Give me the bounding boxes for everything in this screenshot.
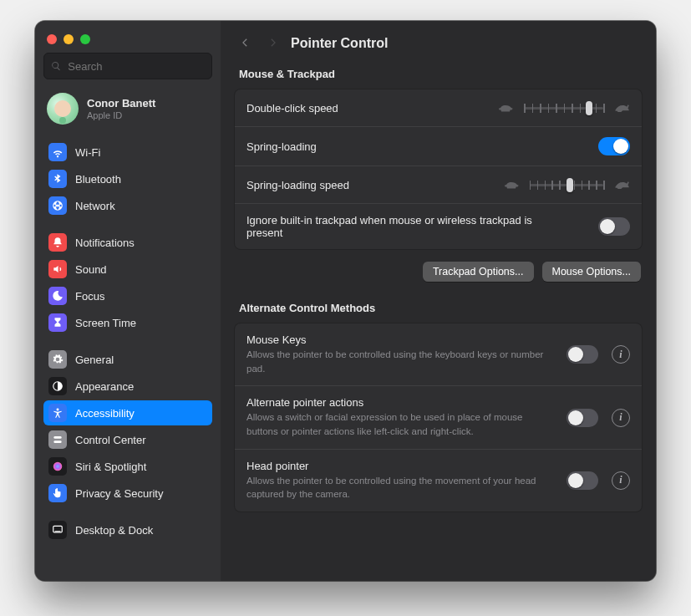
options-buttons-row: Trackpad Options... Mouse Options...: [221, 253, 656, 287]
sidebar-item-focus[interactable]: Focus: [43, 283, 212, 308]
sidebar-item-label: Network: [75, 200, 115, 212]
sidebar: Conor Banett Apple ID Wi-FiBluetoothNetw…: [35, 21, 221, 581]
alt-pointer-actions-description: Allows a switch or facial expression to …: [246, 410, 553, 438]
tortoise-icon: [503, 179, 520, 191]
nav-back-button[interactable]: [239, 37, 251, 51]
sidebar-item-screen-time[interactable]: Screen Time: [43, 310, 212, 335]
page-header: Pointer Control: [221, 21, 656, 61]
moon-icon: [48, 287, 67, 305]
sidebar-item-desktop-dock[interactable]: Desktop & Dock: [43, 517, 212, 542]
head-pointer-label: Head pointer: [246, 460, 553, 472]
ignore-trackpad-toggle[interactable]: [598, 217, 630, 236]
window-controls: [35, 29, 221, 53]
hare-icon: [613, 179, 630, 191]
main-content: Pointer Control Mouse & Trackpad Double-…: [221, 21, 656, 581]
alt-pointer-actions-info-button[interactable]: i: [612, 409, 630, 427]
spring-loading-row: Spring-loading: [235, 127, 642, 166]
sidebar-item-privacy-security[interactable]: Privacy & Security: [43, 481, 212, 506]
svg-point-4: [53, 462, 63, 471]
avatar: [47, 93, 79, 125]
sidebar-item-label: Appearance: [75, 380, 134, 393]
ignore-trackpad-row: Ignore built-in trackpad when mouse or w…: [235, 204, 642, 249]
sidebar-item-sound[interactable]: Sound: [43, 257, 212, 282]
sidebar-item-siri-spotlight[interactable]: Siri & Spotlight: [43, 454, 212, 479]
sidebar-item-label: General: [75, 354, 114, 366]
section-heading-mouse-trackpad: Mouse & Trackpad: [221, 61, 656, 85]
hand-icon: [48, 484, 67, 502]
sidebar-item-label: Control Center: [75, 434, 146, 446]
accessibility-icon: [48, 404, 67, 422]
alt-pointer-actions-label: Alternate pointer actions: [246, 396, 553, 409]
dock-icon: [48, 521, 67, 539]
section-heading-alt-methods: Alternate Control Methods: [221, 295, 656, 319]
sidebar-item-wi-fi[interactable]: Wi-Fi: [43, 140, 212, 165]
network-icon: [48, 196, 67, 215]
alt-pointer-actions-row: Alternate pointer actions Allows a switc…: [235, 386, 642, 449]
double-click-speed-row: Double-click speed: [235, 89, 642, 127]
hourglass-icon: [48, 313, 67, 332]
gear-icon: [48, 350, 67, 369]
trackpad-options-button[interactable]: Trackpad Options...: [423, 262, 534, 282]
sidebar-item-general[interactable]: General: [43, 347, 212, 372]
search-field[interactable]: [43, 53, 212, 79]
tortoise-icon: [497, 102, 514, 114]
alternate-methods-card: Mouse Keys Allows the pointer to be cont…: [234, 323, 643, 512]
sound-icon: [48, 260, 67, 278]
nav-forward-button[interactable]: [267, 37, 279, 51]
controls-icon: [48, 430, 67, 449]
settings-window: Conor Banett Apple ID Wi-FiBluetoothNetw…: [35, 21, 656, 581]
sidebar-item-label: Desktop & Dock: [75, 524, 153, 537]
mouse-keys-info-button[interactable]: i: [612, 345, 630, 364]
mouse-keys-row: Mouse Keys Allows the pointer to be cont…: [235, 323, 642, 386]
spring-loading-speed-row: Spring-loading speed: [235, 166, 642, 204]
mouse-trackpad-card: Double-click speed Spring-loading Spring…: [234, 89, 643, 250]
double-click-speed-slider[interactable]: [497, 99, 630, 116]
head-pointer-row: Head pointer Allows the pointer to be co…: [235, 450, 642, 512]
spring-loading-speed-slider[interactable]: [503, 176, 630, 193]
search-icon: [51, 60, 61, 72]
svg-point-1: [57, 408, 59, 410]
sidebar-item-label: Bluetooth: [75, 173, 121, 186]
hare-icon: [613, 102, 630, 114]
mouse-keys-toggle[interactable]: [567, 345, 598, 364]
double-click-speed-label: Double-click speed: [246, 102, 338, 115]
svg-rect-2: [53, 436, 61, 439]
mouse-keys-label: Mouse Keys: [246, 333, 553, 346]
user-name: Conor Banett: [87, 97, 155, 109]
alt-pointer-actions-toggle[interactable]: [567, 409, 598, 427]
sidebar-item-label: Accessibility: [75, 407, 135, 420]
page-title: Pointer Control: [291, 36, 388, 51]
sidebar-item-label: Wi-Fi: [75, 146, 100, 159]
sidebar-item-label: Notifications: [75, 237, 135, 249]
sidebar-item-control-center[interactable]: Control Center: [43, 427, 212, 452]
spring-loading-toggle[interactable]: [598, 137, 630, 155]
head-pointer-info-button[interactable]: i: [612, 471, 630, 490]
sidebar-item-label: Privacy & Security: [75, 487, 163, 500]
sidebar-item-bluetooth[interactable]: Bluetooth: [43, 166, 212, 191]
sidebar-item-label: Sound: [75, 263, 107, 276]
ignore-trackpad-label: Ignore built-in trackpad when mouse or w…: [246, 214, 564, 239]
spring-loading-speed-label: Spring-loading speed: [246, 179, 349, 191]
minimize-window-button[interactable]: [64, 34, 74, 44]
sidebar-item-notifications[interactable]: Notifications: [43, 230, 212, 255]
sidebar-list: Wi-FiBluetoothNetworkNotificationsSoundF…: [35, 135, 221, 581]
sidebar-item-label: Screen Time: [75, 317, 136, 329]
head-pointer-description: Allows the pointer to be controlled usin…: [246, 474, 553, 501]
siri-icon: [48, 457, 67, 476]
sidebar-item-network[interactable]: Network: [43, 193, 212, 218]
svg-rect-3: [53, 440, 61, 443]
sidebar-item-label: Siri & Spotlight: [75, 461, 146, 473]
bell-icon: [48, 233, 67, 252]
fullscreen-window-button[interactable]: [80, 34, 90, 44]
head-pointer-toggle[interactable]: [567, 471, 598, 490]
apple-id-row[interactable]: Conor Banett Apple ID: [35, 88, 221, 135]
sidebar-item-accessibility[interactable]: Accessibility: [43, 400, 212, 425]
user-subtitle: Apple ID: [87, 110, 155, 120]
sidebar-item-appearance[interactable]: Appearance: [43, 374, 212, 399]
svg-rect-6: [55, 531, 61, 532]
search-input[interactable]: [66, 59, 205, 74]
sidebar-item-label: Focus: [75, 290, 104, 303]
close-window-button[interactable]: [47, 34, 57, 44]
mouse-options-button[interactable]: Mouse Options...: [542, 262, 642, 282]
appearance-icon: [48, 377, 67, 395]
